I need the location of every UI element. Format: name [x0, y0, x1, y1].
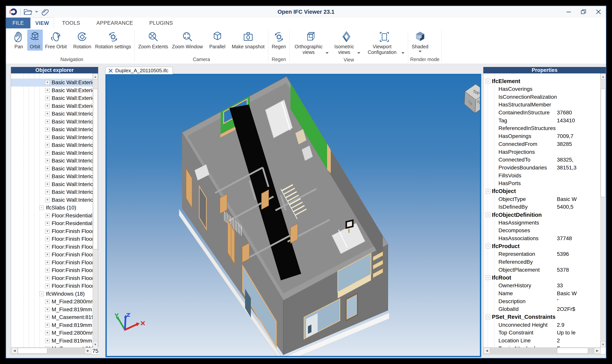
minimize-button[interactable]: [566, 9, 571, 15]
property-row[interactable]: ObjectPlacement 5378: [483, 266, 600, 274]
property-row[interactable]: Description ˇ: [483, 297, 600, 305]
property-group-expander[interactable]: -: [486, 189, 490, 194]
document-tab[interactable]: Duplex_A_20110505.ifc: [105, 67, 173, 74]
tab-plugins[interactable]: PLUGINS: [141, 18, 181, 28]
tree-row[interactable]: + M_Casement:819: [11, 313, 93, 321]
regen-button[interactable]: Regen: [270, 30, 288, 51]
parallel-button[interactable]: Parallel: [208, 30, 227, 51]
tab-close-icon[interactable]: [108, 68, 113, 73]
tree-row[interactable]: + Floor:Finish Floor: [11, 243, 93, 251]
tree-row[interactable]: + M_Casement:819: [11, 345, 93, 347]
explorer-vertical-scrollbar[interactable]: ▲ ▼: [93, 73, 98, 347]
property-row[interactable]: ContainedInStructure 37680: [483, 109, 600, 117]
property-row[interactable]: ConnectedFrom 38285: [483, 140, 600, 148]
zoom-window-button[interactable]: Zoom Window: [170, 30, 204, 51]
pan-button[interactable]: Pan: [11, 30, 27, 51]
tree-expander[interactable]: +: [45, 237, 50, 241]
tab-tools[interactable]: TOOLS: [54, 18, 88, 28]
property-row[interactable]: Top Constraint Up to le: [483, 329, 600, 337]
tree-expander[interactable]: +: [45, 119, 50, 124]
tree-row[interactable]: + Basic Wall:Interior: [11, 133, 93, 142]
viewport-3d-canvas[interactable]: Top Front Left: [107, 75, 480, 356]
tree-row[interactable]: + M_Fixed:819mm x: [11, 337, 93, 345]
tree-expander[interactable]: +: [45, 151, 50, 155]
tree-row[interactable]: + Floor:Finish Floor: [11, 251, 93, 259]
property-row[interactable]: HasAssociations 37748: [483, 234, 600, 243]
tree-row[interactable]: + Basic Wall:Interior: [11, 110, 93, 118]
orthographic-views-button[interactable]: Orthographic views: [291, 30, 330, 56]
isometric-views-caret[interactable]: [357, 52, 360, 54]
scrollbar-thumb[interactable]: [18, 348, 47, 353]
tree-row[interactable]: + Basic Wall:Interior: [11, 196, 93, 204]
viewport-configuration-button[interactable]: Viewport Configuration: [363, 30, 406, 56]
property-row[interactable]: HasCoverings: [483, 85, 600, 93]
tree-row[interactable]: + Basic Wall:Interior: [11, 165, 93, 173]
property-group-expander[interactable]: -: [486, 212, 490, 217]
tree-row[interactable]: + Basic Wall:Exterior: [11, 102, 93, 110]
tree-expander[interactable]: +: [45, 166, 50, 171]
tree-expander[interactable]: +: [45, 182, 50, 187]
tree-expander[interactable]: +: [45, 299, 50, 304]
tree-row[interactable]: + Basic Wall:Interior: [11, 141, 93, 149]
tree-expander[interactable]: +: [45, 135, 50, 140]
free-orbit-button[interactable]: Free Orbit: [43, 30, 68, 51]
property-group-expander[interactable]: -: [486, 315, 490, 319]
scroll-left-arrow[interactable]: ◀: [484, 348, 490, 354]
property-row[interactable]: FillsVoids: [483, 171, 600, 180]
property-group-expander[interactable]: -: [486, 275, 490, 280]
property-group-expander[interactable]: -: [486, 244, 490, 248]
tree-expander[interactable]: +: [45, 331, 50, 335]
restore-button[interactable]: [581, 9, 587, 15]
property-row[interactable]: ObjectType Basic W: [483, 195, 600, 203]
properties-horizontal-scrollbar[interactable]: ◀ ▶: [484, 347, 601, 354]
tree-expander[interactable]: +: [45, 104, 50, 108]
tree-expander[interactable]: +: [45, 276, 50, 281]
tree-expander[interactable]: +: [45, 80, 50, 85]
property-row[interactable]: IsDefinedBy 5400,5: [483, 203, 600, 211]
tree-expander[interactable]: +: [45, 315, 50, 320]
scrollbar-thumb[interactable]: [557, 348, 588, 353]
tree-row[interactable]: + Basic Wall:Interior: [11, 157, 93, 165]
property-row[interactable]: - IfcElement: [483, 77, 600, 85]
tree-expander[interactable]: +: [45, 96, 50, 101]
isometric-views-button[interactable]: Isometric views: [331, 30, 362, 56]
shaded-button[interactable]: Shaded: [410, 30, 430, 53]
tree-expander[interactable]: +: [45, 268, 50, 273]
property-row[interactable]: Unconnected Height 2.9: [483, 321, 600, 329]
tree-expander[interactable]: +: [45, 229, 50, 234]
property-row[interactable]: ProvidesBoundaries 38151,3: [483, 164, 600, 172]
tree-row[interactable]: + Basic Wall:Interior: [11, 188, 93, 196]
tree-expander[interactable]: -: [39, 292, 44, 296]
property-row[interactable]: HasStructuralMember: [483, 101, 600, 109]
property-row[interactable]: - PSet_Revit_Constraints: [483, 313, 600, 321]
property-row[interactable]: GlobalId 2O2Fr$: [483, 305, 600, 313]
tree-row[interactable]: + Floor:Residential -: [11, 220, 93, 227]
property-row[interactable]: - IfcObject: [483, 187, 600, 195]
tree-expander[interactable]: -: [39, 205, 44, 210]
tree-row[interactable]: + Basic Wall:Exterior: [11, 79, 93, 87]
tree-expander[interactable]: +: [45, 245, 50, 249]
scroll-right-arrow[interactable]: ▶: [85, 348, 91, 354]
tree-row[interactable]: + Basic Wall:Interior: [11, 126, 93, 133]
rotation-button[interactable]: Rotation: [72, 30, 93, 51]
tree-expander[interactable]: +: [45, 284, 50, 288]
property-row[interactable]: Representation 5396: [483, 250, 600, 258]
tree-expander[interactable]: +: [45, 88, 50, 93]
close-button[interactable]: [596, 9, 601, 15]
property-row[interactable]: OwnerHistory 33: [483, 282, 600, 290]
property-row[interactable]: IsConnectionRealization: [483, 93, 600, 101]
scroll-right-arrow[interactable]: ▶: [594, 348, 601, 354]
tree-row[interactable]: + Basic Wall:Interior: [11, 172, 93, 181]
scrollbar-thumb[interactable]: [601, 89, 605, 197]
tree-expander[interactable]: +: [45, 111, 50, 116]
orthographic-views-caret[interactable]: [326, 52, 329, 54]
property-row[interactable]: Tag 143410: [483, 117, 600, 124]
property-row[interactable]: HasOpenings 7009,7: [483, 132, 600, 140]
tree-expander[interactable]: +: [45, 338, 50, 343]
tree-expander[interactable]: +: [45, 127, 50, 132]
tab-view[interactable]: VIEW: [30, 18, 54, 29]
tree-expander[interactable]: +: [45, 143, 50, 147]
tab-file[interactable]: FILE: [6, 18, 30, 28]
tree-row[interactable]: + M_Fixed:819mm x: [11, 306, 93, 313]
tree-row[interactable]: + Floor:Finish Floor: [11, 274, 93, 282]
